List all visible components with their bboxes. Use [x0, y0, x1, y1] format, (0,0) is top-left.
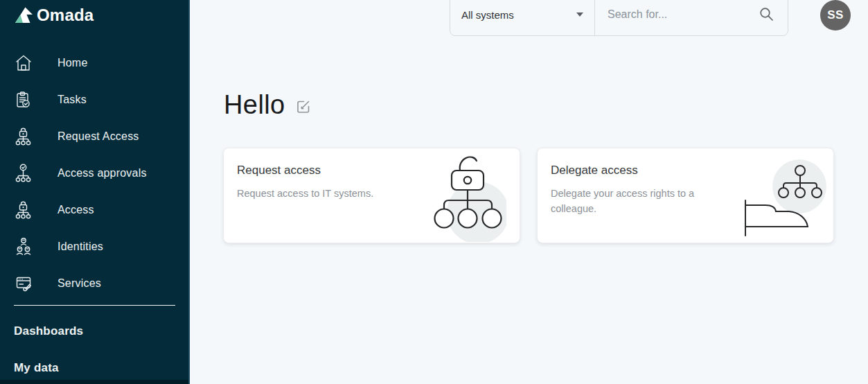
sidebar-item-identities[interactable]: Identities — [0, 228, 188, 265]
main-content: All systems SS Hello Reques — [191, 0, 868, 384]
sidebar-bottom-strip — [0, 380, 188, 384]
identities-icon — [14, 237, 33, 256]
search-icon[interactable] — [759, 6, 775, 23]
sidebar: Omada Home T — [0, 0, 190, 384]
sidebar-item-home[interactable]: Home — [0, 44, 188, 81]
sidebar-nav: Home Tasks — [0, 44, 188, 302]
card-title: Delegate access — [551, 164, 638, 177]
page-title: Hello — [224, 90, 285, 120]
request-access-icon — [14, 127, 33, 146]
request-access-card[interactable]: Request access Request access to IT syst… — [223, 148, 520, 243]
sidebar-item-tasks[interactable]: Tasks — [0, 81, 188, 118]
system-filter-dropdown[interactable]: All systems — [450, 0, 595, 35]
greeting-row: Hello — [224, 90, 312, 120]
sidebar-item-services[interactable]: Services — [0, 265, 188, 302]
access-icon — [14, 200, 33, 220]
search-input[interactable] — [608, 8, 759, 21]
sidebar-item-label: Access approvals — [57, 167, 147, 180]
sidebar-item-my-data[interactable]: My data — [14, 361, 59, 375]
user-avatar-initials: SS — [827, 8, 843, 22]
sidebar-item-label: Access — [57, 204, 94, 216]
card-title: Request access — [237, 164, 321, 177]
org-chart-hand-illustration — [741, 155, 827, 242]
tasks-icon — [14, 90, 33, 110]
card-description: Delegate your access rights to a colleag… — [551, 186, 724, 216]
omada-logo-text: Omada — [37, 6, 94, 25]
sidebar-item-request-access[interactable]: Request Access — [0, 118, 188, 155]
sidebar-item-label: Home — [57, 57, 87, 69]
user-avatar[interactable]: SS — [820, 0, 851, 30]
sidebar-item-dashboards[interactable]: Dashboards — [14, 324, 83, 338]
sidebar-item-label: Identities — [57, 241, 103, 253]
access-approvals-icon — [14, 164, 33, 183]
sidebar-item-label: Services — [57, 277, 101, 290]
omada-logo[interactable]: Omada — [14, 6, 94, 25]
system-filter-value: All systems — [461, 9, 514, 21]
sidebar-divider — [14, 305, 175, 306]
sidebar-item-label: Tasks — [57, 94, 87, 106]
card-description: Request access to IT systems. — [237, 186, 373, 201]
edit-icon[interactable] — [295, 98, 312, 115]
lock-org-chart-illustration — [429, 152, 506, 245]
delegate-access-card[interactable]: Delegate access Delegate your access rig… — [537, 148, 834, 243]
sidebar-item-label: Request Access — [57, 130, 139, 143]
home-icon — [14, 53, 33, 73]
omada-logo-icon — [14, 6, 33, 25]
services-icon — [14, 274, 33, 293]
sidebar-item-access-approvals[interactable]: Access approvals — [0, 155, 188, 191]
search-field — [595, 0, 788, 35]
sidebar-item-access[interactable]: Access — [0, 191, 188, 228]
system-search-group: All systems — [450, 0, 788, 36]
chevron-down-icon — [576, 12, 583, 17]
